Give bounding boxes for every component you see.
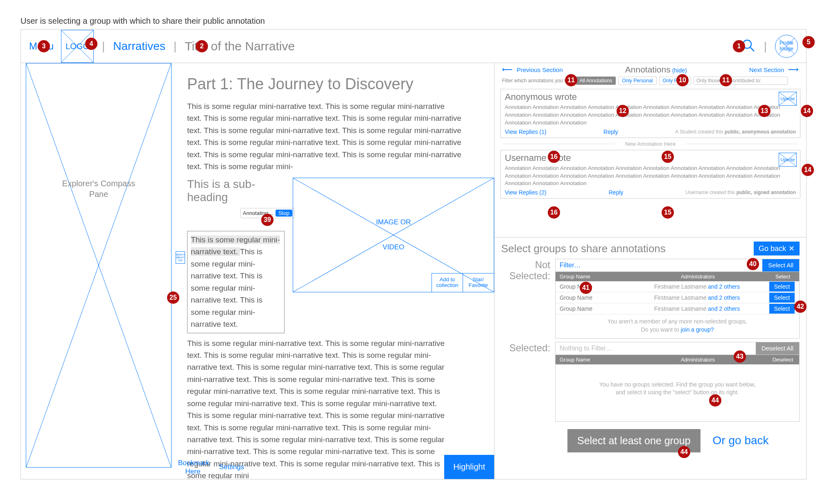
group-admin-cell: Firstname Lastname and 2 others	[629, 292, 765, 303]
not-selected-label: Not Selected:	[501, 259, 550, 338]
reply-link[interactable]: Reply	[603, 129, 618, 135]
view-replies-link[interactable]: View Replies (1)	[505, 129, 547, 135]
upvote-button[interactable]: Upvote	[779, 153, 797, 167]
select-group-button[interactable]: Select	[769, 304, 795, 314]
callout-badge: 13	[758, 105, 771, 117]
view-replies-link[interactable]: View Replies (2)	[505, 189, 547, 196]
group-name-cell: Group Name	[556, 292, 629, 303]
callout-badge: 3	[38, 40, 50, 52]
annotation-selection-box[interactable]: This is some regular mini-narrative text…	[187, 231, 285, 333]
group-row: Group Name Firstname Lastname and 2 othe…	[556, 281, 799, 292]
callout-badge: 44	[709, 394, 721, 407]
stop-annotating-button[interactable]: Stop	[276, 210, 292, 217]
annotation-attribution: Username created this public, signed ann…	[686, 190, 796, 195]
callout-badge: 1	[733, 40, 745, 52]
group-admin-cell: Firstname Lastname and 2 others	[629, 303, 765, 314]
annotation-body: Annotation Annotation Annotation Annotat…	[505, 165, 796, 188]
callout-badge: 25	[167, 292, 179, 304]
filter-label: Filter which annotations you see:	[502, 78, 574, 84]
annotation-body: Annotation Annotation Annotation Annotat…	[505, 104, 796, 127]
body: Explorer's CompassPane Part 1: The Journ…	[21, 63, 806, 479]
narratives-link[interactable]: Narratives	[113, 40, 165, 53]
callout-badge: 39	[261, 214, 273, 226]
callout-badge: 4	[85, 38, 97, 50]
share-title: Select groups to share annotations	[501, 242, 754, 255]
media-placeholder[interactable]: IMAGE ORVIDEO Add to collection Star/ Fa…	[293, 178, 494, 292]
annotation-filter-row: Filter which annotations you see: All An…	[495, 75, 806, 87]
add-to-collection-button[interactable]: Add to collection	[432, 273, 463, 292]
profile-label: Profile Image	[775, 35, 798, 57]
sub-heading: This is a sub-heading	[187, 178, 285, 204]
filter-personal-button[interactable]: Only Personal	[618, 77, 656, 85]
deselect-all-button[interactable]: Deselect All	[756, 342, 799, 355]
left-pane: Explorer's CompassPane	[21, 63, 172, 479]
star-favorite-button[interactable]: Star/ Favorite	[463, 273, 494, 292]
select-group-button[interactable]: Select	[769, 282, 795, 292]
topbar: Menu LOGO | Narratives | Title of the Na…	[21, 29, 806, 63]
arrow-right-icon: ⟶	[788, 65, 799, 74]
upvote-button[interactable]: Upvote	[779, 92, 797, 106]
th-group-name: Group Name	[556, 272, 629, 281]
share-groups-pane: Select groups to share annotations Go ba…	[495, 237, 806, 479]
scenario-caption: User is selecting a group with which to …	[20, 16, 807, 26]
divider: |	[174, 40, 176, 53]
profile-avatar[interactable]: Profile Image	[775, 35, 798, 58]
group-name-cell: Group Name	[556, 303, 629, 314]
box-text: This is some regular mini-narrative text…	[191, 247, 262, 328]
next-section-link[interactable]: Next Section ⟶	[749, 65, 799, 74]
annotation-card: Upvote Username wrote Annotation Annotat…	[500, 150, 800, 199]
previous-section-link[interactable]: ⟵ Previous Section	[502, 65, 563, 74]
and-others-link[interactable]: and 2 others	[706, 294, 740, 301]
join-group-link[interactable]: join a group?	[681, 326, 714, 333]
filter-all-button[interactable]: All Annotations	[576, 77, 616, 85]
annotation-attribution: A Student created this public, anonymous…	[675, 129, 796, 135]
th-administrators: Administrators	[629, 272, 766, 281]
divider: |	[102, 40, 105, 53]
svg-line-3	[750, 47, 754, 51]
annotations-pane: ⟵ Previous Section Annotations (hide) Ne…	[494, 63, 806, 479]
divider: |	[764, 40, 767, 53]
annotations-heading: Annotations (hide)	[625, 65, 687, 75]
arrow-left-icon: ⟵	[502, 65, 513, 74]
hide-annotations-link[interactable]: (hide)	[672, 67, 687, 74]
group-filter-input[interactable]: Filter…	[556, 259, 762, 272]
callout-badge: 15	[662, 151, 674, 163]
callout-badge: 14	[801, 105, 813, 117]
selected-label: Selected:	[501, 342, 550, 422]
callout-badge: 12	[617, 105, 629, 117]
and-others-link[interactable]: and 2 others	[706, 283, 740, 290]
explorer-compass-pane[interactable]: Explorer's CompassPane	[26, 63, 172, 468]
th-group-name: Group Name	[556, 355, 629, 364]
group-row: Group Name Firstname Lastname and 2 othe…	[556, 303, 799, 314]
or-go-back-link[interactable]: Or go back	[713, 434, 769, 447]
selected-filter-input[interactable]: Nothing to Filter…	[556, 342, 756, 355]
settings-button[interactable]: Settings	[213, 460, 250, 475]
bookmark-here-button[interactable]: Bookmark Here	[172, 456, 213, 479]
callout-badge: 42	[794, 301, 807, 313]
paragraph: This is some regular mini-narrative text…	[187, 100, 461, 173]
margin-annotation-tag[interactable]: anno-tation text	[176, 251, 185, 264]
no-more-groups-message: You aren't a member of any more non-sele…	[556, 314, 799, 338]
reply-link[interactable]: Reply	[609, 189, 624, 196]
select-all-button[interactable]: Select All	[762, 259, 799, 272]
callout-badge: 44	[678, 446, 690, 458]
select-group-button[interactable]: Select	[769, 293, 795, 303]
callout-badge: 16	[548, 151, 560, 163]
callout-badge: 16	[548, 206, 560, 219]
app-frame: Menu LOGO | Narratives | Title of the Na…	[20, 29, 807, 479]
highlight-button[interactable]: Highlight	[444, 455, 494, 479]
highlighted-text: This is some regular mini-narrative text…	[191, 235, 280, 256]
go-back-button[interactable]: Go back ✕	[754, 242, 800, 255]
empty-selection-message: You have no groups selected. Find the gr…	[556, 364, 799, 421]
th-deselect: Deselect	[766, 355, 799, 364]
filter-contributed-input[interactable]: Only those I've contributed to:	[694, 77, 788, 85]
not-selected-table: Filter… Select All Group Name Administra…	[555, 259, 800, 338]
annotation-author: Anonymous wrote	[505, 92, 796, 102]
content-pane: Part 1: The Journey to Discovery This is…	[172, 63, 494, 479]
group-row: Group Name Firstname Lastname and 2 othe…	[556, 292, 799, 303]
group-admin-cell: Firstname Lastname and 2 others	[629, 281, 765, 292]
callout-badge: 2	[196, 40, 208, 52]
and-others-link[interactable]: and 2 others	[706, 305, 740, 312]
callout-badge: 11	[565, 74, 577, 86]
callout-badge: 43	[734, 350, 746, 363]
